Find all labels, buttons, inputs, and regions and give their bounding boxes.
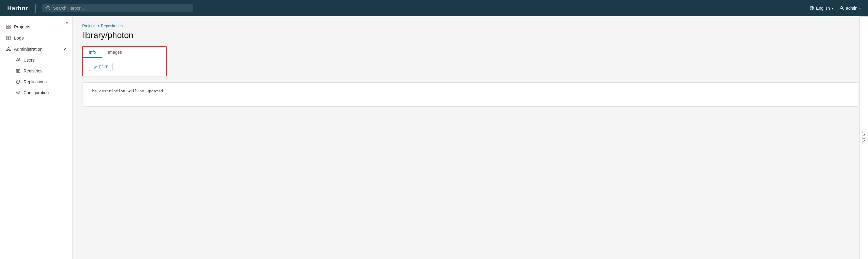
sidebar-item-users[interactable]: Users bbox=[13, 54, 72, 66]
registries-icon bbox=[16, 69, 21, 73]
description-box: The description will be updated bbox=[82, 82, 858, 107]
svg-line-1 bbox=[49, 9, 50, 10]
main-layout: « Projects Logs bbox=[0, 16, 868, 259]
sidebar-item-projects[interactable]: Projects bbox=[0, 21, 72, 32]
user-menu[interactable]: admin ▾ bbox=[839, 6, 861, 10]
svg-rect-10 bbox=[7, 27, 8, 29]
sidebar-item-users-label: Users bbox=[24, 58, 35, 63]
sidebar-item-logs-label: Logs bbox=[14, 35, 24, 40]
sidebar-item-projects-label: Projects bbox=[14, 24, 30, 29]
tab-info[interactable]: Info bbox=[83, 47, 102, 58]
sidebar-item-configuration-label: Configuration bbox=[24, 90, 49, 95]
event-label[interactable]: EVENT bbox=[860, 16, 868, 259]
tab-panel: Info Images EDIT bbox=[82, 46, 167, 76]
top-navigation: Harbor Search Harbor... English ▾ ad bbox=[0, 0, 868, 16]
page-title: library/photon bbox=[82, 31, 858, 40]
tab-images[interactable]: Images bbox=[102, 47, 128, 58]
sidebar-item-replications-label: Replications bbox=[24, 79, 46, 84]
sidebar-item-configuration[interactable]: Configuration bbox=[13, 87, 72, 98]
svg-point-7 bbox=[841, 7, 843, 8]
description-text: The description will be updated bbox=[90, 89, 163, 93]
logs-icon bbox=[6, 36, 11, 40]
svg-point-26 bbox=[18, 70, 19, 72]
svg-point-16 bbox=[8, 47, 9, 49]
sidebar-item-registries[interactable]: Registries bbox=[13, 66, 72, 76]
replications-icon bbox=[16, 79, 21, 84]
sidebar-admin-submenu: Users Registries Repl bbox=[0, 54, 72, 98]
administration-chevron: ∨ bbox=[63, 47, 66, 51]
projects-icon bbox=[6, 25, 11, 29]
admin-icon bbox=[6, 47, 11, 51]
nav-right: English ▾ admin ▾ bbox=[809, 6, 861, 10]
edit-button[interactable]: EDIT bbox=[89, 63, 113, 71]
svg-point-24 bbox=[19, 59, 20, 60]
svg-rect-9 bbox=[9, 25, 10, 27]
pencil-icon bbox=[93, 65, 97, 69]
sidebar-item-registries-label: Registries bbox=[24, 69, 42, 73]
breadcrumb[interactable]: Projects < Repositories bbox=[82, 24, 858, 28]
sidebar-administration[interactable]: Administration ∨ bbox=[0, 43, 72, 54]
globe-icon bbox=[809, 6, 814, 10]
tab-info-content: EDIT bbox=[83, 58, 166, 76]
language-chevron: ▾ bbox=[832, 7, 833, 10]
svg-point-30 bbox=[18, 92, 19, 94]
users-icon bbox=[16, 58, 21, 63]
svg-rect-8 bbox=[7, 25, 8, 27]
svg-point-0 bbox=[46, 6, 49, 9]
user-chevron: ▾ bbox=[859, 7, 861, 10]
main-content: Projects < Repositories library/photon I… bbox=[72, 16, 868, 259]
app-logo: Harbor bbox=[7, 5, 28, 12]
tabs-bar: Info Images bbox=[83, 47, 166, 58]
language-selector[interactable]: English ▾ bbox=[809, 6, 833, 10]
sidebar-collapse-button[interactable]: « bbox=[66, 20, 69, 25]
language-label: English bbox=[816, 6, 830, 10]
sidebar-item-replications[interactable]: Replications bbox=[13, 76, 72, 87]
sidebar: « Projects Logs bbox=[0, 16, 72, 259]
sidebar-administration-label: Administration bbox=[14, 46, 42, 51]
search-icon bbox=[46, 6, 51, 10]
svg-rect-11 bbox=[9, 27, 10, 29]
user-label: admin bbox=[846, 6, 858, 10]
search-bar[interactable]: Search Harbor... bbox=[42, 4, 193, 12]
sidebar-item-logs[interactable]: Logs bbox=[0, 32, 72, 43]
search-placeholder: Search Harbor... bbox=[53, 6, 84, 10]
svg-point-23 bbox=[17, 59, 19, 60]
configuration-icon bbox=[16, 90, 21, 95]
user-icon bbox=[839, 6, 844, 10]
nav-divider bbox=[35, 4, 36, 13]
